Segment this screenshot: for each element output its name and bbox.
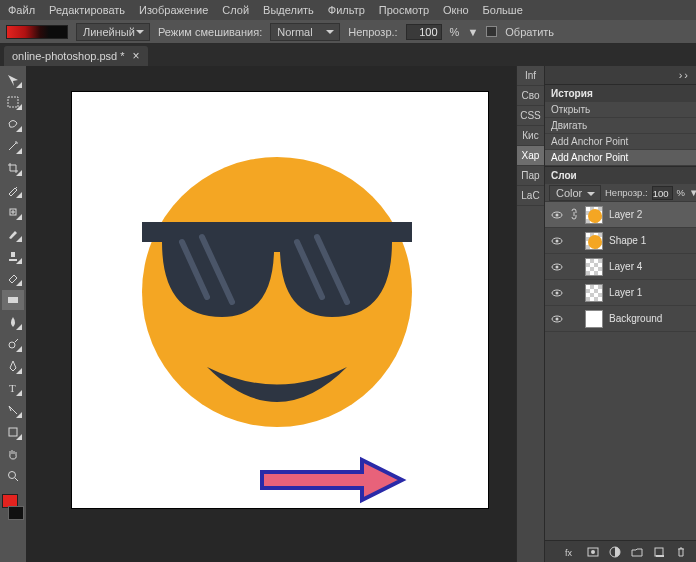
wand-tool[interactable] xyxy=(2,136,24,156)
sidetab-lac[interactable]: LaС xyxy=(517,186,544,206)
document-tab-title: online-photoshop.psd * xyxy=(12,50,125,62)
layer-opacity-input[interactable]: 100 xyxy=(652,186,673,200)
menu-image[interactable]: Изображение xyxy=(139,4,208,16)
reverse-label: Обратить xyxy=(505,26,554,38)
folder-icon[interactable] xyxy=(630,545,644,559)
layer-row[interactable]: Background xyxy=(545,306,696,332)
layers-list: Layer 2Shape 1Layer 4Layer 1Background xyxy=(545,202,696,332)
shape-tool[interactable] xyxy=(2,422,24,442)
canvas[interactable] xyxy=(72,92,488,508)
dodge-tool[interactable] xyxy=(2,334,24,354)
svg-rect-2 xyxy=(8,297,18,303)
background-color[interactable] xyxy=(8,506,24,520)
layer-name[interactable]: Layer 2 xyxy=(609,209,690,220)
history-item[interactable]: Add Anchor Point xyxy=(545,134,696,150)
layer-blend-dropdown[interactable]: Color xyxy=(549,185,601,201)
layer-name[interactable]: Shape 1 xyxy=(609,235,690,246)
menu-layer[interactable]: Слой xyxy=(222,4,249,16)
menu-edit[interactable]: Редактировать xyxy=(49,4,125,16)
path-tool[interactable] xyxy=(2,400,24,420)
visibility-icon[interactable] xyxy=(551,235,563,247)
sidetab-brushes[interactable]: Кис xyxy=(517,126,544,146)
sidetab-css[interactable]: CSS xyxy=(517,106,544,126)
crop-tool[interactable] xyxy=(2,158,24,178)
collapse-icon[interactable]: ›› xyxy=(679,69,690,81)
layer-thumbnail[interactable] xyxy=(585,258,603,276)
sidetab-info[interactable]: Inf xyxy=(517,66,544,86)
zoom-tool[interactable] xyxy=(2,466,24,486)
history-item[interactable]: Add Anchor Point xyxy=(545,150,696,166)
brush-tool[interactable] xyxy=(2,224,24,244)
type-tool[interactable]: T xyxy=(2,378,24,398)
color-swatches[interactable] xyxy=(2,494,24,520)
layer-blend-row: Color Непрозр.: 100 % ▼ xyxy=(545,184,696,202)
menu-more[interactable]: Больше xyxy=(483,4,523,16)
layer-thumbnail[interactable] xyxy=(585,206,603,224)
lasso-tool[interactable] xyxy=(2,114,24,134)
layer-name[interactable]: Layer 1 xyxy=(609,287,690,298)
gradient-type-dropdown[interactable]: Линейный xyxy=(76,23,150,41)
adjustment-icon[interactable] xyxy=(608,545,622,559)
mask-icon[interactable] xyxy=(586,545,600,559)
reverse-checkbox[interactable] xyxy=(486,26,497,37)
document-tab[interactable]: online-photoshop.psd * × xyxy=(4,46,148,66)
canvas-stage[interactable] xyxy=(26,66,516,562)
right-panel: ›› История Открыть Двигать Add Anchor Po… xyxy=(544,66,696,562)
svg-rect-27 xyxy=(655,548,663,556)
move-tool[interactable] xyxy=(2,70,24,90)
layer-thumbnail[interactable] xyxy=(585,284,603,302)
healing-tool[interactable] xyxy=(2,202,24,222)
layer-name[interactable]: Layer 4 xyxy=(609,261,690,272)
sidetab-swatches[interactable]: Сво xyxy=(517,86,544,106)
visibility-icon[interactable] xyxy=(551,261,563,273)
history-item[interactable]: Двигать xyxy=(545,118,696,134)
fx-icon[interactable]: fx xyxy=(564,545,578,559)
menu-filter[interactable]: Фильтр xyxy=(328,4,365,16)
history-panel-header[interactable]: История xyxy=(545,84,696,102)
eyedropper-tool[interactable] xyxy=(2,180,24,200)
close-icon[interactable]: × xyxy=(133,50,140,62)
hand-tool[interactable] xyxy=(2,444,24,464)
layer-row[interactable]: Shape 1 xyxy=(545,228,696,254)
svg-point-3 xyxy=(9,342,15,348)
sidetab-character[interactable]: Хар xyxy=(517,146,544,166)
gradient-tool[interactable] xyxy=(2,290,24,310)
layer-name[interactable]: Background xyxy=(609,313,690,324)
layer-row[interactable]: Layer 4 xyxy=(545,254,696,280)
layer-thumbnail[interactable] xyxy=(585,310,603,328)
menu-bar: Файл Редактировать Изображение Слой Выде… xyxy=(0,0,696,20)
link-icon[interactable] xyxy=(569,208,579,222)
menu-view[interactable]: Просмотр xyxy=(379,4,429,16)
stamp-tool[interactable] xyxy=(2,246,24,266)
layers-panel-header[interactable]: Слои xyxy=(545,166,696,184)
svg-point-25 xyxy=(591,550,595,554)
blend-mode-dropdown[interactable]: Normal xyxy=(270,23,340,41)
eraser-tool[interactable] xyxy=(2,268,24,288)
gradient-swatch[interactable] xyxy=(6,25,68,39)
blend-mode-label: Режим смешивания: xyxy=(158,26,262,38)
marquee-tool[interactable] xyxy=(2,92,24,112)
opacity-dropdown-icon[interactable]: ▼ xyxy=(467,26,478,38)
menu-file[interactable]: Файл xyxy=(8,4,35,16)
layer-row[interactable]: Layer 1 xyxy=(545,280,696,306)
menu-window[interactable]: Окно xyxy=(443,4,469,16)
menu-select[interactable]: Выделить xyxy=(263,4,314,16)
visibility-icon[interactable] xyxy=(551,209,563,221)
sidetab-paragraph[interactable]: Пар xyxy=(517,166,544,186)
layer-thumbnail[interactable] xyxy=(585,232,603,250)
pen-tool[interactable] xyxy=(2,356,24,376)
layers-bottom-bar: fx xyxy=(545,540,696,562)
svg-marker-12 xyxy=(262,460,402,500)
layer-row[interactable]: Layer 2 xyxy=(545,202,696,228)
new-layer-icon[interactable] xyxy=(652,545,666,559)
chevron-down-icon[interactable]: ▼ xyxy=(689,187,696,198)
layer-opacity-label: Непрозр.: xyxy=(605,187,648,198)
visibility-icon[interactable] xyxy=(551,287,563,299)
layer-opacity-pct: % xyxy=(677,187,685,198)
svg-point-20 xyxy=(556,291,559,294)
visibility-icon[interactable] xyxy=(551,313,563,325)
blur-tool[interactable] xyxy=(2,312,24,332)
history-item[interactable]: Открыть xyxy=(545,102,696,118)
opacity-input[interactable]: 100 xyxy=(406,24,442,40)
trash-icon[interactable] xyxy=(674,545,688,559)
